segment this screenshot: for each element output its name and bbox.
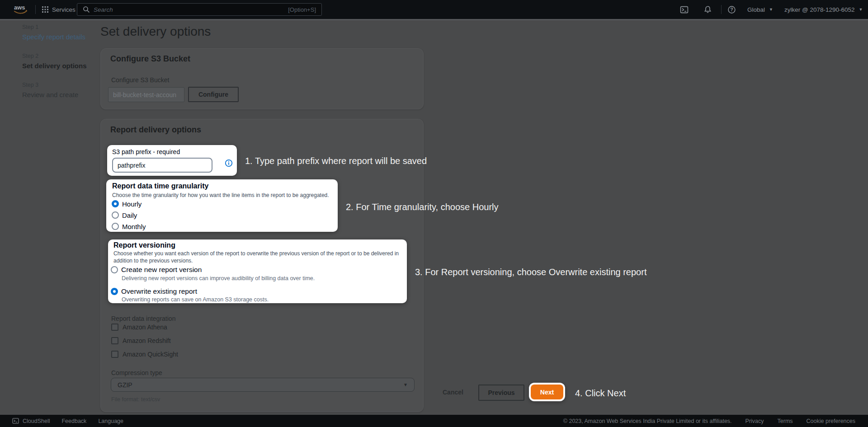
step-3-label: Step 3 [22, 82, 99, 88]
compression-type-select[interactable]: GZIP ▼ [111, 378, 415, 392]
sidebar-step-1: Step 1 Specify report details [22, 24, 99, 41]
region-selector[interactable]: Global ▼ [747, 0, 773, 19]
cancel-button[interactable]: Cancel [443, 389, 463, 396]
overwrite-description: Overwriting reports can save on Amazon S… [122, 296, 269, 303]
aws-logo[interactable]: aws [13, 0, 29, 19]
footer-feedback-link[interactable]: Feedback [61, 418, 86, 424]
annotation-step-2: 2. For Time granularity, choose Hourly [346, 202, 499, 212]
chevron-down-icon: ▼ [769, 7, 773, 12]
console-footer: CloudShell Feedback Language © 2023, Ama… [0, 415, 868, 427]
footer-copyright: © 2023, Amazon Web Services India Privat… [563, 418, 732, 424]
redshift-checkbox-row: Amazon Redshift [111, 337, 171, 345]
services-menu[interactable]: Services [42, 0, 75, 19]
create-new-version-radio-row: Create new report version [111, 265, 202, 274]
path-prefix-input[interactable] [112, 158, 212, 173]
versioning-title: Report versioning [113, 241, 175, 249]
topbar-divider [35, 5, 36, 14]
services-label: Services [52, 6, 75, 13]
overwrite-label: Overwrite existing report [121, 287, 197, 296]
redshift-label: Amazon Redshift [123, 337, 171, 344]
create-new-version-radio[interactable] [111, 266, 118, 273]
path-prefix-label: S3 path prefix - required [112, 148, 180, 155]
footer-cloudshell-button[interactable]: CloudShell [12, 418, 50, 424]
aws-logo-icon: aws [13, 4, 29, 15]
svg-text:?: ? [730, 7, 733, 12]
overwrite-radio-selected[interactable] [111, 288, 118, 295]
step-1-link[interactable]: Specify report details [22, 33, 99, 41]
help-icon: ? [727, 5, 736, 14]
topbar-bottom-edge [0, 19, 868, 20]
file-format-hint: File format: text/csv [111, 396, 160, 403]
hourly-radio-row: Hourly [112, 199, 142, 208]
monthly-label: Monthly [122, 223, 146, 230]
granularity-title: Report data time granularity [112, 182, 208, 190]
configure-button[interactable]: Configure [188, 87, 239, 102]
compression-selected-value: GZIP [118, 381, 132, 389]
configure-s3-bucket-panel: Configure S3 Bucket Configure S3 Bucket … [100, 48, 424, 109]
annotation-step-4: 4. Click Next [575, 388, 626, 399]
footer-cloudshell-label: CloudShell [23, 418, 50, 424]
daily-radio[interactable] [112, 211, 119, 219]
create-new-version-label: Create new report version [121, 266, 202, 274]
page-title: Set delivery options [100, 24, 211, 39]
overwrite-radio-row: Overwrite existing report [111, 287, 197, 296]
account-menu[interactable]: zylker @ 2078-1290-6052 ▼ [784, 0, 863, 19]
step-1-label: Step 1 [22, 24, 99, 30]
next-button-highlight: Next [529, 383, 565, 401]
s3-panel-header: Configure S3 Bucket [110, 54, 190, 64]
hourly-label: Hourly [122, 200, 142, 208]
top-navigation-bar: aws Services Search [Option+S] [0, 0, 868, 19]
create-new-version-description: Delivering new report versions can impro… [122, 275, 315, 282]
aws-console-page: aws Services Search [Option+S] [0, 0, 868, 427]
athena-label: Amazon Athena [123, 324, 167, 331]
versioning-description: Choose whether you want each version of … [113, 250, 403, 264]
sidebar-step-2: Step 2 Set delivery options [22, 53, 99, 70]
athena-checkbox[interactable] [111, 324, 118, 331]
previous-button[interactable]: Previous [478, 385, 524, 401]
notifications-button[interactable] [703, 0, 712, 19]
wizard-steps-nav: Step 1 Specify report details Step 2 Set… [22, 24, 99, 111]
select-caret-icon: ▼ [403, 382, 408, 387]
redshift-checkbox[interactable] [111, 337, 118, 344]
monthly-radio-row: Monthly [112, 222, 146, 231]
account-label: zylker @ 2078-1290-6052 [784, 6, 855, 13]
report-versioning-highlight: Report versioning Choose whether you wan… [108, 239, 407, 303]
help-button[interactable]: ? [727, 0, 736, 19]
s3-bucket-name-input[interactable] [108, 87, 184, 102]
svg-text:aws: aws [14, 4, 25, 11]
services-grid-icon [42, 6, 49, 13]
time-granularity-highlight: Report data time granularity Choose the … [106, 179, 338, 232]
next-button[interactable]: Next [531, 385, 563, 399]
s3-path-prefix-highlight: S3 path prefix - required [107, 145, 237, 176]
topbar-divider [721, 5, 722, 14]
global-search-input[interactable]: Search [Option+S] [77, 3, 322, 16]
delivery-panel-header: Report delivery options [110, 125, 201, 135]
search-icon [83, 6, 90, 13]
cloudshell-button[interactable] [680, 0, 689, 19]
sidebar-step-3: Step 3 Review and create [22, 82, 99, 99]
footer-terms-link[interactable]: Terms [778, 418, 793, 424]
cloudshell-icon [12, 418, 19, 424]
monthly-radio[interactable] [112, 223, 119, 230]
search-placeholder: Search [94, 6, 284, 13]
step-2-current: Set delivery options [22, 62, 99, 70]
s3-bucket-field-label: Configure S3 Bucket [111, 76, 169, 84]
footer-cookie-preferences-link[interactable]: Cookie preferences [807, 418, 855, 424]
cloudshell-icon [680, 5, 689, 14]
info-icon[interactable] [225, 159, 233, 167]
quicksight-checkbox[interactable] [111, 351, 118, 358]
region-label: Global [747, 6, 765, 13]
annotation-step-3: 3. For Report versioning, choose Overwri… [415, 267, 646, 277]
daily-radio-row: Daily [112, 211, 137, 220]
compression-type-label: Compression type [111, 369, 162, 376]
footer-language-link[interactable]: Language [98, 418, 123, 424]
annotation-step-1: 1. Type path prefix where report will be… [245, 156, 427, 166]
athena-checkbox-row: Amazon Athena [111, 323, 167, 331]
chevron-down-icon: ▼ [859, 7, 863, 12]
hourly-radio-selected[interactable] [112, 200, 119, 207]
daily-label: Daily [122, 211, 137, 219]
quicksight-label: Amazon QuickSight [123, 351, 178, 358]
footer-privacy-link[interactable]: Privacy [745, 418, 764, 424]
granularity-description: Choose the time granularity for how you … [112, 192, 329, 199]
step-3-title: Review and create [22, 91, 99, 99]
